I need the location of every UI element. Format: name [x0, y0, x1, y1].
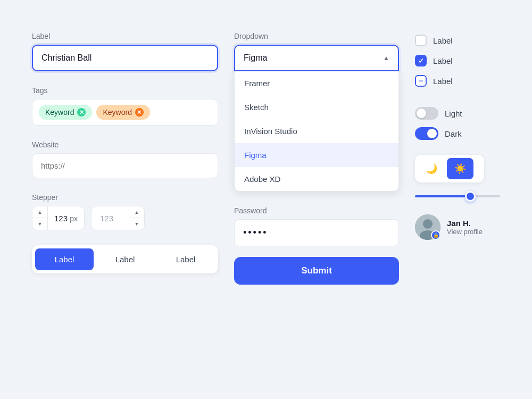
password-section: Password — [234, 206, 399, 246]
toggle-label-dark: Dark — [445, 129, 462, 138]
slider-thumb[interactable] — [465, 191, 476, 202]
checkbox-group: Label ✓ Label − Label — [415, 35, 521, 87]
stepper-val-text-1: 123 — [54, 214, 68, 223]
dropdown-item-invision[interactable]: InVision Studio — [235, 119, 398, 143]
stepper-label: Stepper — [32, 193, 218, 202]
checkbox-label-1: Label — [433, 56, 453, 65]
tag-keyword-orange[interactable]: Keyword ✕ — [96, 105, 149, 120]
password-input[interactable] — [234, 219, 399, 246]
toggle-thumb-dark — [427, 129, 437, 138]
toggle-label-light: Light — [445, 109, 462, 118]
stepper-arrows-1: ▲ ▼ — [32, 206, 48, 230]
label-field-label: Label — [32, 32, 218, 40]
stepper-value-1: 123 px — [48, 214, 84, 223]
tag-keyword-green[interactable]: Keyword ✕ — [39, 105, 92, 120]
label-field-section: Label — [32, 32, 218, 71]
toggle-thumb-light — [417, 109, 426, 118]
toggle-track-dark[interactable] — [415, 127, 438, 140]
checkbox-item-1: ✓ Label — [415, 55, 521, 66]
theme-toggle-group: 🌙 ☀️ — [415, 155, 484, 182]
theme-btn-sun[interactable]: ☀️ — [447, 158, 473, 179]
stepper-section: Stepper ▲ ▼ 123 px 123 ▲ ▼ — [32, 193, 218, 230]
checkbox-item-2: − Label — [415, 75, 521, 87]
toggle-group: Light Dark — [415, 107, 521, 140]
submit-button[interactable]: Submit — [234, 257, 399, 285]
user-name: Jan H. — [447, 219, 483, 228]
right-column: Label ✓ Label − Label Light — [415, 32, 521, 378]
app-container: Label Tags Keyword ✕ Keyword ✕ Website — [0, 0, 532, 399]
stepper-unit: px — [70, 214, 78, 223]
button-group-item-2[interactable]: Label — [156, 248, 215, 270]
dropdown-selected-value: Figma — [244, 53, 267, 63]
website-label: Website — [32, 140, 218, 149]
toggle-track-light[interactable] — [415, 107, 438, 120]
stepper-value-2: 123 — [92, 207, 129, 229]
avatar-wrap: 🔒 — [415, 214, 440, 240]
checkbox-label-2: Label — [433, 77, 453, 86]
stepper-box-2: 123 ▲ ▼ — [91, 206, 145, 230]
stepper-row: ▲ ▼ 123 px 123 ▲ ▼ — [32, 206, 218, 230]
middle-column: Dropdown Figma ▲ Framer Sketch InVision … — [234, 32, 399, 378]
stepper-up-2[interactable]: ▲ — [129, 206, 144, 218]
dropdown-menu: Framer Sketch InVision Studio Figma Adob… — [234, 71, 399, 192]
password-label: Password — [234, 206, 399, 215]
stepper-down-1[interactable]: ▼ — [32, 218, 47, 230]
button-group: Label Label Label — [32, 245, 218, 273]
dropdown-section: Dropdown Figma ▲ Framer Sketch InVision … — [234, 32, 399, 192]
dropdown-item-framer[interactable]: Framer — [235, 71, 398, 95]
avatar-badge: 🔒 — [431, 230, 440, 240]
slider-container — [415, 195, 500, 197]
toggle-light: Light — [415, 107, 521, 120]
tag-green-remove[interactable]: ✕ — [77, 108, 86, 117]
user-card: 🔒 Jan H. View profile — [415, 214, 521, 240]
view-profile-link[interactable]: View profile — [447, 228, 483, 236]
dropdown-trigger[interactable]: Figma ▲ — [234, 45, 399, 71]
left-column: Label Tags Keyword ✕ Keyword ✕ Website — [32, 32, 218, 378]
checkbox-item-0: Label — [415, 35, 521, 46]
stepper-arrows-2: ▲ ▼ — [129, 206, 144, 230]
slider-track[interactable] — [415, 195, 500, 197]
dropdown-item-sketch[interactable]: Sketch — [235, 95, 398, 119]
tag-green-text: Keyword — [45, 108, 74, 117]
tag-orange-remove[interactable]: ✕ — [135, 108, 144, 117]
user-info: Jan H. View profile — [447, 219, 483, 236]
minus-icon: − — [419, 77, 423, 85]
dropdown-item-figma[interactable]: Figma — [235, 143, 398, 167]
button-group-item-0[interactable]: Label — [35, 248, 94, 270]
svg-point-1 — [423, 219, 433, 229]
check-icon: ✓ — [418, 57, 424, 65]
tags-section: Tags Keyword ✕ Keyword ✕ — [32, 86, 218, 126]
checkbox-unchecked[interactable] — [415, 35, 427, 46]
tags-label: Tags — [32, 86, 218, 95]
tags-container[interactable]: Keyword ✕ Keyword ✕ — [32, 99, 218, 126]
toggle-dark: Dark — [415, 127, 521, 140]
theme-btn-moon[interactable]: 🌙 — [418, 158, 445, 179]
dropdown-label: Dropdown — [234, 32, 399, 40]
website-section: Website — [32, 140, 218, 178]
tag-orange-text: Keyword — [103, 108, 131, 117]
dropdown-item-adobe[interactable]: Adobe XD — [235, 167, 398, 191]
stepper-down-2[interactable]: ▼ — [129, 218, 144, 230]
checkbox-checked[interactable]: ✓ — [415, 55, 427, 66]
stepper-up-1[interactable]: ▲ — [32, 206, 47, 218]
dropdown-arrow-icon: ▲ — [383, 54, 389, 62]
label-text-input[interactable] — [32, 45, 218, 71]
button-group-item-1[interactable]: Label — [96, 248, 154, 270]
stepper-box-1: ▲ ▼ 123 px — [32, 206, 85, 230]
checkbox-indeterminate[interactable]: − — [415, 75, 427, 87]
lock-icon: 🔒 — [433, 232, 439, 238]
website-input[interactable] — [32, 153, 218, 178]
checkbox-label-0: Label — [433, 36, 453, 45]
